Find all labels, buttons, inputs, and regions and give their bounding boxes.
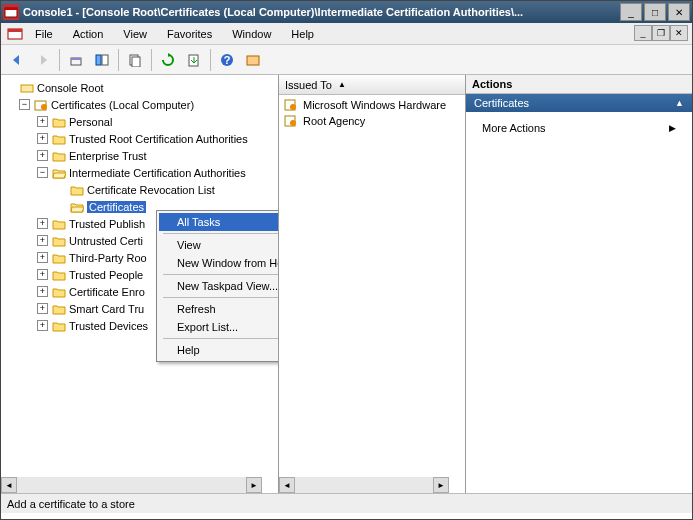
ctx-help[interactable]: Help xyxy=(159,341,279,359)
certificate-store-icon xyxy=(33,98,49,112)
tree-node-console-root[interactable]: Console Root xyxy=(1,79,278,96)
ctx-separator xyxy=(163,274,279,275)
actions-section-certificates[interactable]: Certificates ▲ xyxy=(466,94,692,112)
toolbar: ? xyxy=(1,45,692,75)
show-hide-button[interactable] xyxy=(90,48,114,72)
collapse-icon[interactable]: − xyxy=(37,167,48,178)
mdi-minimize-button[interactable]: _ xyxy=(634,25,652,41)
mdi-icon xyxy=(7,26,23,42)
ctx-export-list[interactable]: Export List... xyxy=(159,318,279,336)
status-text: Add a certificate to a store xyxy=(7,498,135,510)
svg-rect-9 xyxy=(132,57,140,67)
folder-icon xyxy=(51,251,67,265)
actions-header: Actions xyxy=(466,75,692,94)
folder-icon xyxy=(51,234,67,248)
window-title: Console1 - [Console Root\Certificates (L… xyxy=(23,6,620,18)
expand-icon[interactable]: + xyxy=(37,235,48,246)
scroll-left-button[interactable]: ◄ xyxy=(1,477,17,493)
ctx-new-window[interactable]: New Window from Here xyxy=(159,254,279,272)
collapse-icon[interactable]: − xyxy=(19,99,30,110)
folder-icon xyxy=(69,183,85,197)
main-area: Console Root − Certificates (Local Compu… xyxy=(1,75,692,493)
copy-button[interactable] xyxy=(123,48,147,72)
close-button[interactable]: ✕ xyxy=(668,3,690,21)
menu-action[interactable]: Action xyxy=(65,26,112,42)
expand-icon[interactable]: + xyxy=(37,252,48,263)
svg-rect-1 xyxy=(5,8,17,10)
scroll-left-button[interactable]: ◄ xyxy=(279,477,295,493)
expand-icon[interactable]: + xyxy=(37,286,48,297)
folder-icon xyxy=(51,115,67,129)
svg-point-18 xyxy=(290,104,296,110)
actions-pane: Actions Certificates ▲ More Actions ▶ xyxy=(466,75,692,493)
folder-icon xyxy=(51,217,67,231)
svg-rect-5 xyxy=(71,58,81,60)
maximize-button[interactable]: □ xyxy=(644,3,666,21)
tree-node-enterprise-trust[interactable]: + Enterprise Trust xyxy=(1,147,278,164)
ctx-separator xyxy=(163,233,279,234)
app-icon xyxy=(3,4,19,20)
svg-point-16 xyxy=(41,104,47,110)
mdi-restore-button[interactable]: ❐ xyxy=(652,25,670,41)
expand-icon[interactable]: + xyxy=(37,218,48,229)
svg-text:?: ? xyxy=(224,54,231,66)
export-button[interactable] xyxy=(182,48,206,72)
title-bar: Console1 - [Console Root\Certificates (L… xyxy=(1,1,692,23)
list-scrollbar-horizontal[interactable]: ◄ ► xyxy=(279,477,449,493)
up-button[interactable] xyxy=(64,48,88,72)
svg-rect-6 xyxy=(96,55,101,65)
tree-node-crl[interactable]: Certificate Revocation List xyxy=(1,181,278,198)
list-item[interactable]: Root Agency xyxy=(281,113,463,129)
minimize-button[interactable]: _ xyxy=(620,3,642,21)
scroll-right-button[interactable]: ► xyxy=(246,477,262,493)
expand-icon[interactable]: + xyxy=(37,320,48,331)
back-button[interactable] xyxy=(5,48,29,72)
mdi-close-button[interactable]: ✕ xyxy=(670,25,688,41)
tree-node-trusted-root[interactable]: + Trusted Root Certification Authorities xyxy=(1,130,278,147)
tree-node-intermediate[interactable]: − Intermediate Certification Authorities xyxy=(1,164,278,181)
ctx-separator xyxy=(163,297,279,298)
ctx-all-tasks[interactable]: All Tasks Import... xyxy=(159,213,279,231)
forward-button[interactable] xyxy=(31,48,55,72)
folder-icon xyxy=(51,268,67,282)
status-bar: Add a certificate to a store xyxy=(1,493,692,513)
ctx-new-taskpad[interactable]: New Taskpad View... xyxy=(159,277,279,295)
list-column-header[interactable]: Issued To ▲ xyxy=(279,75,465,95)
tree-pane: Console Root − Certificates (Local Compu… xyxy=(1,75,279,493)
expand-icon[interactable]: + xyxy=(37,116,48,127)
scroll-right-button[interactable]: ► xyxy=(433,477,449,493)
menu-window[interactable]: Window xyxy=(224,26,279,42)
options-button[interactable] xyxy=(241,48,265,72)
console-icon xyxy=(19,81,35,95)
sort-ascending-icon: ▲ xyxy=(338,80,346,89)
certificate-icon xyxy=(283,114,299,128)
submenu-arrow-icon: ▶ xyxy=(669,123,676,133)
ctx-view[interactable]: View xyxy=(159,236,279,254)
list-item[interactable]: Microsoft Windows Hardware xyxy=(281,97,463,113)
folder-icon xyxy=(51,319,67,333)
ctx-separator xyxy=(163,338,279,339)
folder-icon xyxy=(51,302,67,316)
svg-rect-14 xyxy=(21,85,33,92)
tree-scrollbar-horizontal[interactable]: ◄ ► xyxy=(1,477,262,493)
menu-help[interactable]: Help xyxy=(283,26,322,42)
menu-file[interactable]: File xyxy=(27,26,61,42)
folder-open-icon xyxy=(69,200,85,214)
svg-rect-7 xyxy=(102,55,108,65)
actions-more-actions[interactable]: More Actions ▶ xyxy=(470,118,688,138)
menu-favorites[interactable]: Favorites xyxy=(159,26,220,42)
folder-icon xyxy=(51,285,67,299)
expand-icon[interactable]: + xyxy=(37,133,48,144)
folder-icon xyxy=(51,149,67,163)
expand-icon[interactable]: + xyxy=(37,150,48,161)
folder-open-icon xyxy=(51,166,67,180)
tree-node-personal[interactable]: + Personal xyxy=(1,113,278,130)
expand-icon[interactable]: + xyxy=(37,269,48,280)
ctx-refresh[interactable]: Refresh xyxy=(159,300,279,318)
menu-view[interactable]: View xyxy=(115,26,155,42)
refresh-button[interactable] xyxy=(156,48,180,72)
help-button[interactable]: ? xyxy=(215,48,239,72)
expand-icon[interactable]: + xyxy=(37,303,48,314)
list-pane: Issued To ▲ Microsoft Windows Hardware R… xyxy=(279,75,466,493)
tree-node-certificates-computer[interactable]: − Certificates (Local Computer) xyxy=(1,96,278,113)
